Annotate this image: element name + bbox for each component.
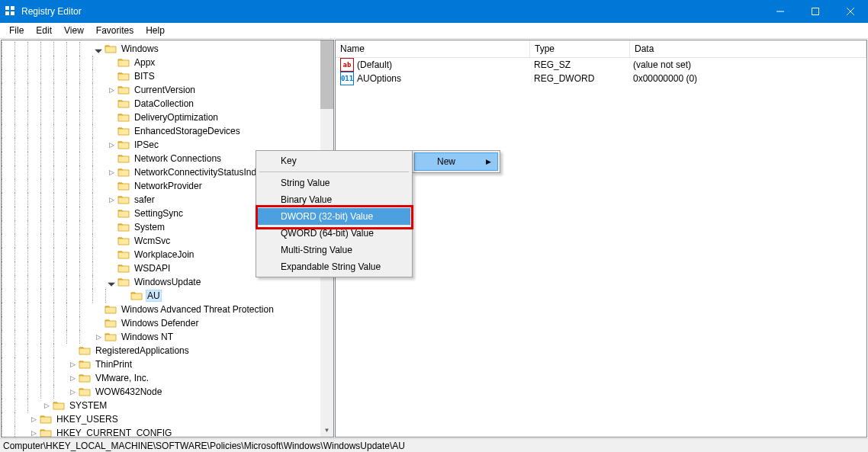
tree-node[interactable]: ▷VMware, Inc. <box>2 371 333 385</box>
tree-toggle-icon[interactable]: ◢ <box>92 45 104 53</box>
value-type: REG_DWORD <box>534 73 594 84</box>
context-menu[interactable]: New ▶ <box>412 150 500 173</box>
tree-toggle-icon[interactable]: ▷ <box>105 86 117 94</box>
tree-node-label: WorkplaceJoin <box>133 249 195 260</box>
menu-help[interactable]: Help <box>140 24 171 37</box>
submenu-item[interactable]: Key <box>258 152 410 169</box>
context-menu-new-label: New <box>437 156 455 167</box>
folder-icon <box>104 43 117 54</box>
tree-node-label: CurrentVersion <box>133 85 197 95</box>
tree-node-label: Windows <box>120 43 160 54</box>
tree-toggle-icon[interactable]: ▷ <box>105 196 117 204</box>
tree-node[interactable]: Appx <box>2 56 333 69</box>
tree-node[interactable]: AU <box>2 289 333 303</box>
tree-node-label: WOW6432Node <box>94 386 163 397</box>
tree-node-label: WSDAPI <box>133 263 172 274</box>
folder-icon <box>104 318 117 329</box>
tree-node[interactable]: Windows Advanced Threat Protection <box>2 303 333 316</box>
menu-view[interactable]: View <box>58 24 90 37</box>
folder-icon <box>117 181 130 191</box>
tree-toggle-icon[interactable]: ▷ <box>27 415 40 423</box>
menu-edit[interactable]: Edit <box>30 24 58 37</box>
folder-icon <box>79 345 91 356</box>
submenu-item[interactable]: QWORD (64-bit) Value <box>258 225 410 242</box>
tree-node-label: VMware, Inc. <box>94 373 150 383</box>
tree-toggle-icon[interactable]: ▷ <box>27 429 40 437</box>
folder-icon <box>117 57 130 68</box>
folder-icon <box>117 167 130 178</box>
tree-node-label: safer <box>133 194 156 205</box>
tree-toggle-icon[interactable]: ▷ <box>92 333 104 341</box>
submenu-item[interactable]: String Value <box>258 175 410 191</box>
submenu-item[interactable]: DWORD (32-bit) Value <box>258 208 410 225</box>
tree-node[interactable]: ▷ThinPrint <box>2 357 333 371</box>
tree-node-label: BITS <box>133 71 156 82</box>
folder-icon <box>79 386 91 397</box>
tree-node[interactable]: DeliveryOptimization <box>2 111 333 124</box>
submenu-item[interactable]: Multi-String Value <box>258 242 410 258</box>
folder-icon <box>130 290 143 301</box>
tree-toggle-icon[interactable]: ▷ <box>40 402 53 409</box>
list-body[interactable]: ab(Default)REG_SZ(value not set)011AUOpt… <box>336 58 866 85</box>
column-type[interactable]: Type <box>530 40 630 57</box>
folder-icon <box>117 112 130 123</box>
menu-file[interactable]: File <box>3 24 30 37</box>
tree-node[interactable]: Windows Defender <box>2 316 333 330</box>
scroll-down-icon[interactable]: ▼ <box>320 424 333 437</box>
tree-node-label: RegisteredApplications <box>94 345 191 356</box>
tree-toggle-icon[interactable]: ▷ <box>66 361 79 368</box>
column-data[interactable]: Data <box>630 40 866 57</box>
tree-node[interactable]: ▷CurrentVersion <box>2 83 333 97</box>
value-type: REG_SZ <box>534 59 571 70</box>
folder-icon <box>117 85 130 95</box>
tree-node[interactable]: ▷WOW6432Node <box>2 385 333 399</box>
submenu-item[interactable]: Expandable String Value <box>258 258 410 275</box>
window-controls <box>763 0 868 23</box>
column-name[interactable]: Name <box>336 40 530 57</box>
maximize-button[interactable] <box>798 0 833 23</box>
tree-toggle-icon[interactable]: ▷ <box>66 374 79 382</box>
tree-toggle-icon[interactable]: ▷ <box>105 168 117 176</box>
tree-node[interactable]: ◢Windows <box>2 42 333 56</box>
folder-icon <box>117 98 130 109</box>
value-name: AUOptions <box>357 73 401 84</box>
tree-toggle-icon[interactable]: ◢ <box>105 278 117 286</box>
folder-icon <box>117 236 130 246</box>
tree-node[interactable]: RegisteredApplications <box>2 344 333 357</box>
tree-node-label: SettingSync <box>133 208 185 219</box>
list-row[interactable]: 011AUOptionsREG_DWORD0x00000000 (0) <box>336 72 866 85</box>
tree-node-label: Network Connections <box>133 153 223 164</box>
folder-icon <box>117 222 130 232</box>
tree-node-label: NetworkProvider <box>133 181 204 191</box>
string-value-icon: ab <box>340 58 354 72</box>
tree-toggle-icon[interactable]: ▷ <box>66 388 79 396</box>
tree-node[interactable]: ▷HKEY_USERS <box>2 412 333 426</box>
tree-node[interactable]: ▷SYSTEM <box>2 399 333 412</box>
menu-favorites[interactable]: Favorites <box>90 24 140 37</box>
folder-icon <box>104 332 117 342</box>
menu-separator <box>259 172 409 172</box>
tree-toggle-icon[interactable]: ▷ <box>105 141 117 149</box>
tree-node-label: AU <box>146 290 162 302</box>
tree-node-label: WindowsUpdate <box>133 277 202 287</box>
tree-node[interactable]: ▷HKEY_CURRENT_CONFIG <box>2 426 333 438</box>
folder-icon <box>117 263 130 274</box>
tree-node[interactable]: DataCollection <box>2 97 333 111</box>
context-submenu-new[interactable]: KeyString ValueBinary ValueDWORD (32-bit… <box>256 150 413 277</box>
folder-icon <box>117 71 130 82</box>
close-button[interactable] <box>833 0 868 23</box>
submenu-item[interactable]: Binary Value <box>258 191 410 208</box>
list-row[interactable]: ab(Default)REG_SZ(value not set) <box>336 58 866 72</box>
tree-node[interactable]: ▷Windows NT <box>2 330 333 344</box>
list-pane[interactable]: Name Type Data ab(Default)REG_SZ(value n… <box>335 40 867 438</box>
context-menu-new[interactable]: New ▶ <box>414 152 498 171</box>
chevron-right-icon: ▶ <box>486 158 491 165</box>
tree-node[interactable]: EnhancedStorageDevices <box>2 124 333 138</box>
scroll-thumb[interactable] <box>320 40 333 109</box>
svg-rect-5 <box>812 8 819 15</box>
statusbar: Computer\HKEY_LOCAL_MACHINE\SOFTWARE\Pol… <box>0 438 868 452</box>
binary-value-icon: 011 <box>340 72 354 85</box>
minimize-button[interactable] <box>763 0 798 23</box>
tree-node[interactable]: BITS <box>2 69 333 83</box>
svg-rect-2 <box>5 11 9 15</box>
